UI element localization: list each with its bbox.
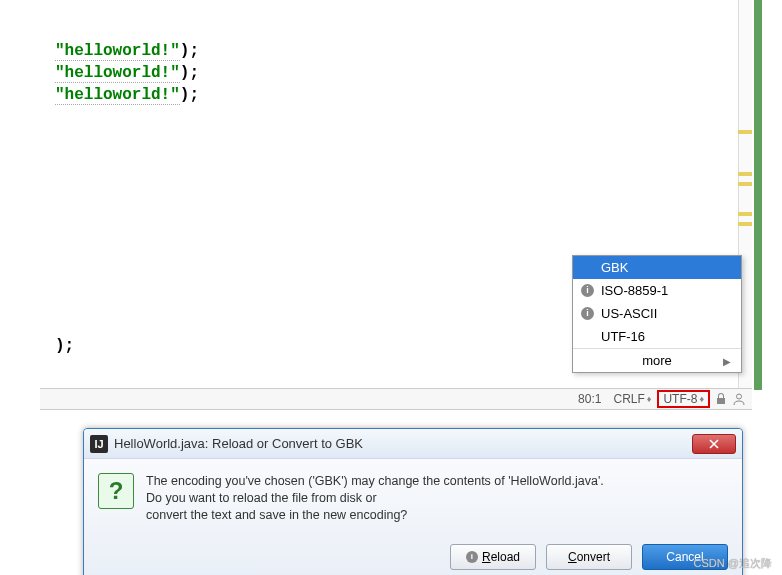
chevron-down-icon: ♦ (647, 394, 652, 404)
dialog-message: The encoding you've chosen ('GBK') may c… (146, 473, 728, 524)
chevron-right-icon: ▶ (723, 356, 731, 367)
warning-marker[interactable] (738, 222, 752, 226)
button-label: Reload (482, 550, 520, 564)
line-ending-selector[interactable]: CRLF♦ (607, 392, 657, 406)
menu-item-label: US-ASCII (601, 306, 657, 321)
encoding-popup-menu[interactable]: GBK i ISO-8859-1 i US-ASCII UTF-16 more … (572, 255, 742, 373)
question-icon: ? (98, 473, 134, 509)
status-bar: 80:1 CRLF♦ UTF-8♦ (40, 388, 752, 410)
editor-stripe (754, 0, 762, 390)
intellij-icon: IJ (90, 435, 108, 453)
dialog-title: HelloWorld.java: Reload or Convert to GB… (114, 436, 692, 451)
cursor-position[interactable]: 80:1 (572, 392, 607, 406)
svg-point-0 (737, 394, 742, 399)
dialog-buttons: i Reload Convert Cancel (84, 538, 742, 575)
reload-button[interactable]: i Reload (450, 544, 536, 570)
info-icon: i (581, 307, 594, 320)
warning-marker[interactable] (738, 130, 752, 134)
person-icon[interactable] (732, 392, 746, 406)
encoding-option-ascii[interactable]: i US-ASCII (573, 302, 741, 325)
dialog-titlebar[interactable]: IJ HelloWorld.java: Reload or Convert to… (84, 429, 742, 459)
chevron-down-icon: ♦ (699, 394, 704, 404)
warning-marker[interactable] (738, 172, 752, 176)
warning-marker[interactable] (738, 182, 752, 186)
info-icon: i (581, 284, 594, 297)
code-string: "helloworld!"); (55, 42, 199, 61)
convert-button[interactable]: Convert (546, 544, 632, 570)
code-lines: "helloworld!"); "helloworld!"); "hellowo… (55, 40, 199, 106)
watermark: CSDN @追次降 (694, 556, 772, 571)
encoding-more[interactable]: more ▶ (573, 348, 741, 372)
info-icon: i (466, 551, 478, 563)
close-button[interactable] (692, 434, 736, 454)
menu-item-label: ISO-8859-1 (601, 283, 668, 298)
menu-item-label: more (642, 353, 672, 368)
menu-item-label: UTF-16 (601, 329, 645, 344)
encoding-option-gbk[interactable]: GBK (573, 256, 741, 279)
convert-dialog: IJ HelloWorld.java: Reload or Convert to… (83, 428, 743, 575)
encoding-selector[interactable]: UTF-8♦ (657, 390, 710, 408)
warning-marker[interactable] (738, 212, 752, 216)
code-string: "helloworld!"); (55, 64, 199, 83)
button-label: Convert (568, 550, 610, 564)
code-fragment: ); (55, 335, 74, 357)
code-string: "helloworld!"); (55, 86, 199, 105)
lock-icon[interactable] (714, 392, 728, 406)
menu-item-label: GBK (601, 260, 628, 275)
dialog-body: ? The encoding you've chosen ('GBK') may… (84, 459, 742, 538)
encoding-option-utf16[interactable]: UTF-16 (573, 325, 741, 348)
close-icon (708, 439, 720, 449)
encoding-option-iso[interactable]: i ISO-8859-1 (573, 279, 741, 302)
